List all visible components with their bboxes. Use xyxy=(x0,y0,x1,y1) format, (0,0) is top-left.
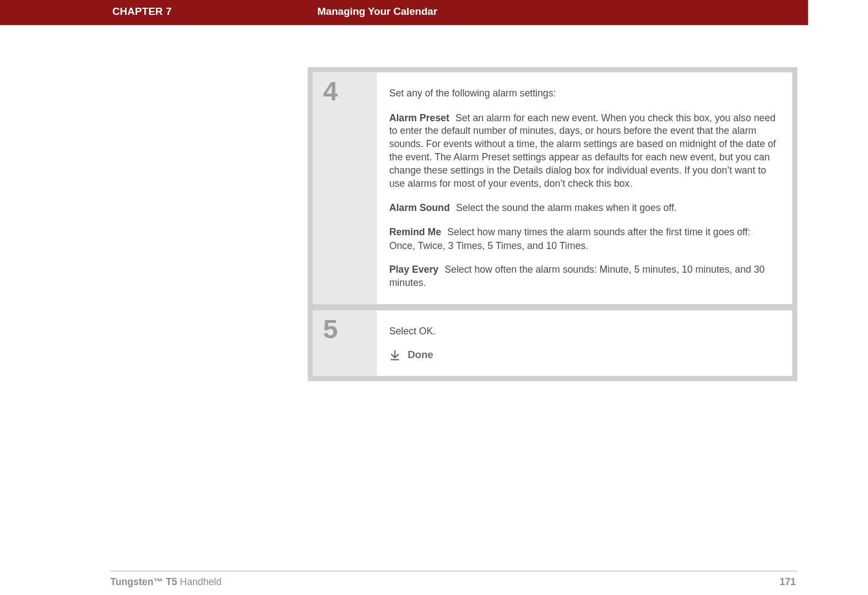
step-intro: Select OK. xyxy=(389,324,779,338)
setting-text: Select how often the alarm sounds: Minut… xyxy=(389,264,765,288)
setting-block: Remind MeSelect how many times the alarm… xyxy=(389,226,779,252)
footer-product: Tungsten™ T5 Handheld xyxy=(110,576,221,587)
step-number-cell: 4 xyxy=(313,72,377,304)
setting-block: Play EverySelect how often the alarm sou… xyxy=(389,263,779,290)
step-intro: Set any of the following alarm settings: xyxy=(389,86,779,100)
setting-block: Alarm SoundSelect the sound the alarm ma… xyxy=(389,201,779,214)
step-body: Set any of the following alarm settings:… xyxy=(377,72,792,304)
header-bar: CHAPTER 7 Managing Your Calendar xyxy=(0,0,808,25)
step-row: 5 Select OK. Done xyxy=(313,310,792,376)
step-row: 4 Set any of the following alarm setting… xyxy=(313,72,792,304)
done-label: Done xyxy=(408,348,433,362)
setting-text: Select how many times the alarm sounds a… xyxy=(389,227,751,251)
setting-label: Play Every xyxy=(389,264,439,275)
footer-product-strong: Tungsten™ T5 xyxy=(110,576,177,587)
step-number: 4 xyxy=(323,75,338,106)
chapter-title: Managing Your Calendar xyxy=(317,6,437,17)
done-arrow-icon xyxy=(389,349,400,360)
setting-text: Set an alarm for each new event. When yo… xyxy=(389,112,776,189)
step-body: Select OK. Done xyxy=(377,310,792,376)
step-number: 5 xyxy=(323,313,338,344)
setting-text: Select the sound the alarm makes when it… xyxy=(456,202,677,213)
steps-frame: 4 Set any of the following alarm setting… xyxy=(308,67,798,381)
setting-label: Remind Me xyxy=(389,227,441,238)
setting-label: Alarm Sound xyxy=(389,202,450,213)
footer-page-number: 171 xyxy=(779,576,796,587)
setting-block: Alarm PresetSet an alarm for each new ev… xyxy=(389,111,779,190)
chapter-label: CHAPTER 7 xyxy=(112,6,172,17)
setting-label: Alarm Preset xyxy=(389,112,449,123)
footer-rule xyxy=(110,571,798,571)
footer-product-rest: Handheld xyxy=(177,576,222,587)
step-number-cell: 5 xyxy=(313,310,377,376)
done-line: Done xyxy=(389,348,779,362)
